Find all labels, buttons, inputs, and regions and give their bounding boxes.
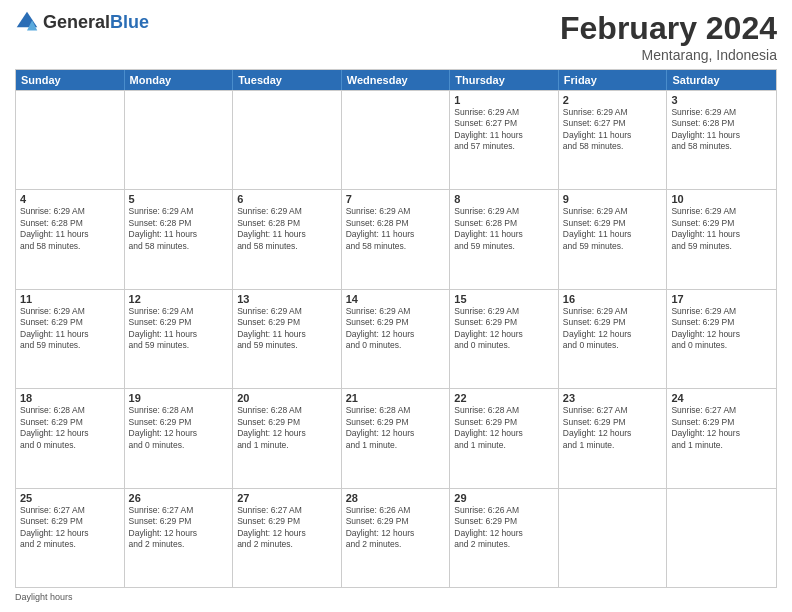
cal-header-cell-thursday: Thursday (450, 70, 559, 90)
cal-cell (233, 91, 342, 189)
cal-cell (667, 489, 776, 587)
cal-cell: 26Sunrise: 6:27 AM Sunset: 6:29 PM Dayli… (125, 489, 234, 587)
day-number: 24 (671, 392, 772, 404)
cal-week-4: 25Sunrise: 6:27 AM Sunset: 6:29 PM Dayli… (16, 488, 776, 587)
title-block: February 2024 Mentarang, Indonesia (560, 10, 777, 63)
cal-cell: 27Sunrise: 6:27 AM Sunset: 6:29 PM Dayli… (233, 489, 342, 587)
day-number: 1 (454, 94, 554, 106)
day-info: Sunrise: 6:28 AM Sunset: 6:29 PM Dayligh… (129, 405, 229, 451)
calendar: SundayMondayTuesdayWednesdayThursdayFrid… (15, 69, 777, 588)
day-number: 5 (129, 193, 229, 205)
page: GeneralBlue February 2024 Mentarang, Ind… (0, 0, 792, 612)
cal-header-cell-monday: Monday (125, 70, 234, 90)
cal-cell: 20Sunrise: 6:28 AM Sunset: 6:29 PM Dayli… (233, 389, 342, 487)
day-info: Sunrise: 6:28 AM Sunset: 6:29 PM Dayligh… (20, 405, 120, 451)
day-info: Sunrise: 6:29 AM Sunset: 6:28 PM Dayligh… (346, 206, 446, 252)
day-number: 18 (20, 392, 120, 404)
cal-cell: 6Sunrise: 6:29 AM Sunset: 6:28 PM Daylig… (233, 190, 342, 288)
cal-cell: 11Sunrise: 6:29 AM Sunset: 6:29 PM Dayli… (16, 290, 125, 388)
cal-cell: 12Sunrise: 6:29 AM Sunset: 6:29 PM Dayli… (125, 290, 234, 388)
footer-text: Daylight hours (15, 592, 73, 602)
cal-header-cell-tuesday: Tuesday (233, 70, 342, 90)
day-number: 3 (671, 94, 772, 106)
cal-cell (342, 91, 451, 189)
day-info: Sunrise: 6:29 AM Sunset: 6:27 PM Dayligh… (563, 107, 663, 153)
day-number: 13 (237, 293, 337, 305)
day-info: Sunrise: 6:27 AM Sunset: 6:29 PM Dayligh… (20, 505, 120, 551)
day-number: 9 (563, 193, 663, 205)
day-number: 11 (20, 293, 120, 305)
day-number: 7 (346, 193, 446, 205)
day-info: Sunrise: 6:29 AM Sunset: 6:28 PM Dayligh… (454, 206, 554, 252)
day-info: Sunrise: 6:29 AM Sunset: 6:28 PM Dayligh… (237, 206, 337, 252)
day-info: Sunrise: 6:29 AM Sunset: 6:29 PM Dayligh… (237, 306, 337, 352)
cal-cell: 13Sunrise: 6:29 AM Sunset: 6:29 PM Dayli… (233, 290, 342, 388)
day-info: Sunrise: 6:29 AM Sunset: 6:29 PM Dayligh… (563, 306, 663, 352)
footer: Daylight hours (15, 592, 777, 602)
day-info: Sunrise: 6:29 AM Sunset: 6:28 PM Dayligh… (129, 206, 229, 252)
cal-header-cell-sunday: Sunday (16, 70, 125, 90)
day-info: Sunrise: 6:29 AM Sunset: 6:29 PM Dayligh… (129, 306, 229, 352)
cal-week-2: 11Sunrise: 6:29 AM Sunset: 6:29 PM Dayli… (16, 289, 776, 388)
day-number: 6 (237, 193, 337, 205)
cal-cell: 2Sunrise: 6:29 AM Sunset: 6:27 PM Daylig… (559, 91, 668, 189)
day-info: Sunrise: 6:29 AM Sunset: 6:29 PM Dayligh… (20, 306, 120, 352)
day-number: 8 (454, 193, 554, 205)
day-info: Sunrise: 6:29 AM Sunset: 6:28 PM Dayligh… (671, 107, 772, 153)
month-year: February 2024 (560, 10, 777, 47)
day-number: 23 (563, 392, 663, 404)
day-number: 4 (20, 193, 120, 205)
day-number: 26 (129, 492, 229, 504)
cal-cell (16, 91, 125, 189)
day-info: Sunrise: 6:29 AM Sunset: 6:28 PM Dayligh… (20, 206, 120, 252)
calendar-header-row: SundayMondayTuesdayWednesdayThursdayFrid… (16, 70, 776, 90)
calendar-body: 1Sunrise: 6:29 AM Sunset: 6:27 PM Daylig… (16, 90, 776, 587)
day-info: Sunrise: 6:27 AM Sunset: 6:29 PM Dayligh… (129, 505, 229, 551)
day-number: 16 (563, 293, 663, 305)
day-info: Sunrise: 6:26 AM Sunset: 6:29 PM Dayligh… (346, 505, 446, 551)
day-number: 12 (129, 293, 229, 305)
cal-cell: 10Sunrise: 6:29 AM Sunset: 6:29 PM Dayli… (667, 190, 776, 288)
cal-cell: 14Sunrise: 6:29 AM Sunset: 6:29 PM Dayli… (342, 290, 451, 388)
cal-week-1: 4Sunrise: 6:29 AM Sunset: 6:28 PM Daylig… (16, 189, 776, 288)
day-number: 25 (20, 492, 120, 504)
day-info: Sunrise: 6:28 AM Sunset: 6:29 PM Dayligh… (346, 405, 446, 451)
day-info: Sunrise: 6:28 AM Sunset: 6:29 PM Dayligh… (237, 405, 337, 451)
cal-cell (125, 91, 234, 189)
day-number: 20 (237, 392, 337, 404)
day-number: 15 (454, 293, 554, 305)
day-number: 22 (454, 392, 554, 404)
day-info: Sunrise: 6:29 AM Sunset: 6:29 PM Dayligh… (671, 206, 772, 252)
day-number: 27 (237, 492, 337, 504)
day-info: Sunrise: 6:28 AM Sunset: 6:29 PM Dayligh… (454, 405, 554, 451)
cal-cell: 15Sunrise: 6:29 AM Sunset: 6:29 PM Dayli… (450, 290, 559, 388)
day-number: 2 (563, 94, 663, 106)
cal-cell: 21Sunrise: 6:28 AM Sunset: 6:29 PM Dayli… (342, 389, 451, 487)
cal-cell: 7Sunrise: 6:29 AM Sunset: 6:28 PM Daylig… (342, 190, 451, 288)
day-number: 14 (346, 293, 446, 305)
cal-cell: 4Sunrise: 6:29 AM Sunset: 6:28 PM Daylig… (16, 190, 125, 288)
day-number: 10 (671, 193, 772, 205)
cal-cell: 28Sunrise: 6:26 AM Sunset: 6:29 PM Dayli… (342, 489, 451, 587)
cal-header-cell-wednesday: Wednesday (342, 70, 451, 90)
day-info: Sunrise: 6:29 AM Sunset: 6:29 PM Dayligh… (346, 306, 446, 352)
cal-cell: 8Sunrise: 6:29 AM Sunset: 6:28 PM Daylig… (450, 190, 559, 288)
day-number: 28 (346, 492, 446, 504)
header: GeneralBlue February 2024 Mentarang, Ind… (15, 10, 777, 63)
day-info: Sunrise: 6:27 AM Sunset: 6:29 PM Dayligh… (237, 505, 337, 551)
day-info: Sunrise: 6:26 AM Sunset: 6:29 PM Dayligh… (454, 505, 554, 551)
day-number: 17 (671, 293, 772, 305)
cal-cell: 19Sunrise: 6:28 AM Sunset: 6:29 PM Dayli… (125, 389, 234, 487)
cal-cell: 24Sunrise: 6:27 AM Sunset: 6:29 PM Dayli… (667, 389, 776, 487)
day-info: Sunrise: 6:29 AM Sunset: 6:27 PM Dayligh… (454, 107, 554, 153)
cal-cell: 23Sunrise: 6:27 AM Sunset: 6:29 PM Dayli… (559, 389, 668, 487)
logo: GeneralBlue (15, 10, 149, 34)
day-number: 29 (454, 492, 554, 504)
cal-header-cell-friday: Friday (559, 70, 668, 90)
cal-cell: 22Sunrise: 6:28 AM Sunset: 6:29 PM Dayli… (450, 389, 559, 487)
cal-week-3: 18Sunrise: 6:28 AM Sunset: 6:29 PM Dayli… (16, 388, 776, 487)
logo-icon (15, 10, 39, 34)
cal-cell: 25Sunrise: 6:27 AM Sunset: 6:29 PM Dayli… (16, 489, 125, 587)
cal-cell: 29Sunrise: 6:26 AM Sunset: 6:29 PM Dayli… (450, 489, 559, 587)
day-info: Sunrise: 6:27 AM Sunset: 6:29 PM Dayligh… (671, 405, 772, 451)
